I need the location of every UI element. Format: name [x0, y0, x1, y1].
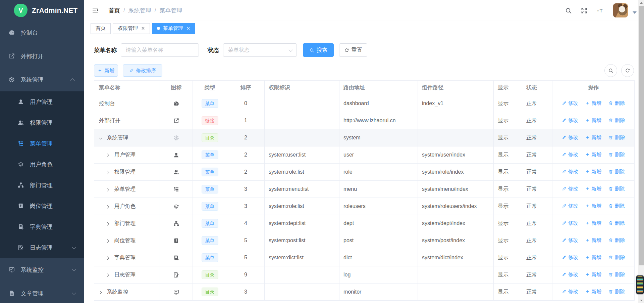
expand-arrow-icon[interactable] [106, 273, 109, 277]
add-action[interactable]: 新增 [585, 237, 602, 244]
table-row[interactable]: 用户管理 菜单 2 system:user:list user syst [94, 146, 635, 164]
expand-arrow-icon[interactable] [99, 291, 102, 294]
edit-action[interactable]: 修改 [562, 254, 578, 261]
delete-action[interactable]: 删除 [608, 134, 625, 141]
add-action[interactable]: 新增 [585, 117, 602, 124]
table-row[interactable]: 控制台 菜单 0 dashboard index_v1 [94, 95, 635, 112]
sidebar-item[interactable]: 部门管理 [0, 175, 84, 196]
add-action[interactable]: 新增 [585, 169, 602, 175]
delete-action[interactable]: 删除 [608, 117, 625, 124]
expand-arrow-icon[interactable] [106, 256, 109, 260]
edit-sort-button[interactable]: 修改排序 [123, 64, 162, 77]
tab[interactable]: 权限管理 [113, 23, 150, 34]
delete-action[interactable]: 删除 [608, 220, 625, 226]
user-avatar[interactable] [613, 3, 628, 17]
edit-action[interactable]: 修改 [562, 220, 578, 226]
delete-action[interactable]: 删除 [608, 237, 625, 244]
add-action[interactable]: 新增 [585, 254, 602, 261]
table-row[interactable]: 日志管理 目录 9 log 显示 [94, 266, 635, 284]
edit-action[interactable]: 修改 [562, 152, 578, 158]
table-row[interactable]: 岗位管理 菜单 5 system:post:list post syst [94, 232, 635, 249]
breadcrumb-home[interactable]: 首页 [109, 7, 120, 14]
status-select[interactable]: 菜单状态 [223, 43, 297, 57]
edit-action[interactable]: 修改 [562, 203, 578, 209]
table-search-toggle-button[interactable] [604, 64, 617, 77]
sidebar-fold-icon[interactable] [91, 6, 99, 14]
edit-action[interactable]: 修改 [562, 289, 578, 295]
table-row[interactable]: 用户角色 菜单 3 system:role:list roleusers [94, 198, 635, 215]
sidebar-item[interactable]: 用户管理 [0, 91, 84, 112]
search-icon[interactable] [565, 7, 572, 14]
delete-action[interactable]: 删除 [608, 186, 625, 192]
close-icon[interactable] [186, 27, 190, 30]
sidebar-item[interactable]: 日志管理 [0, 237, 84, 258]
fullscreen-icon[interactable] [581, 7, 588, 14]
table-row[interactable]: 部门管理 菜单 4 system:dept:list dept syst [94, 215, 635, 232]
add-button[interactable]: 新增 [94, 64, 118, 77]
expand-arrow-icon[interactable] [106, 222, 109, 225]
sidebar-item[interactable]: 系统监控 [0, 258, 84, 282]
table-row[interactable]: 外部打开 链接 1 http://www.izhaorui.cn [94, 112, 635, 129]
add-action[interactable]: 新增 [585, 152, 602, 158]
breadcrumb-item[interactable]: 系统管理 [128, 7, 151, 14]
tab[interactable]: 菜单管理 [152, 23, 195, 34]
sidebar-item[interactable]: 菜单管理 [0, 133, 84, 154]
add-action[interactable]: 新增 [585, 203, 602, 209]
sidebar-item[interactable]: 控制台 [0, 21, 84, 44]
delete-action[interactable]: 删除 [608, 254, 625, 261]
table-row[interactable]: 字典管理 菜单 5 system:dict:list dict syst [94, 249, 635, 266]
scroll-up-arrow[interactable] [638, 0, 644, 5]
caret-down-icon[interactable] [633, 11, 637, 14]
delete-action[interactable]: 删除 [608, 203, 625, 209]
menu-name-input[interactable] [121, 43, 199, 57]
scrollbar-thumb[interactable] [639, 6, 644, 265]
edit-icon [562, 152, 567, 157]
sidebar-item-icon [17, 140, 24, 147]
edit-action[interactable]: 修改 [562, 186, 578, 192]
delete-action[interactable]: 删除 [608, 169, 625, 175]
delete-action[interactable]: 删除 [608, 152, 625, 158]
sidebar-item[interactable]: 外部打开 [0, 44, 84, 68]
edit-action[interactable]: 修改 [562, 169, 578, 175]
table-row[interactable]: 系统管理 目录 2 system 显示 [94, 129, 635, 146]
tab[interactable]: 首页 [91, 23, 111, 34]
menu-icon-cell [160, 129, 193, 146]
add-action[interactable]: 新增 [585, 271, 602, 278]
table-row[interactable]: 权限管理 菜单 2 system:role:list role syst [94, 164, 635, 181]
edit-action[interactable]: 修改 [562, 271, 578, 278]
add-action[interactable]: 新增 [585, 100, 602, 106]
scroll-down-arrow[interactable] [638, 298, 644, 303]
expand-arrow-icon[interactable] [106, 239, 109, 243]
edit-action[interactable]: 修改 [562, 237, 578, 244]
delete-action[interactable]: 删除 [608, 289, 625, 295]
table-row[interactable]: 菜单管理 菜单 3 system:menu:list menu syst [94, 181, 635, 198]
sidebar-item[interactable]: 权限管理 [0, 112, 84, 133]
vertical-scrollbar[interactable] [638, 0, 644, 303]
sidebar-item[interactable]: 岗位管理 [0, 196, 84, 216]
search-button[interactable]: 搜索 [303, 43, 334, 57]
add-action[interactable]: 新增 [585, 186, 602, 192]
sidebar-item[interactable]: 文章管理 [0, 282, 84, 303]
expand-arrow-icon[interactable] [106, 188, 109, 191]
expand-arrow-icon[interactable] [106, 154, 109, 157]
refresh-icon [344, 48, 349, 53]
reset-button[interactable]: 重置 [339, 43, 367, 57]
expand-arrow-icon[interactable] [99, 136, 102, 139]
delete-action[interactable]: 删除 [608, 271, 625, 278]
font-size-icon[interactable] [596, 7, 605, 14]
delete-action[interactable]: 删除 [608, 100, 625, 106]
table-refresh-button[interactable] [621, 64, 634, 77]
table-row[interactable]: 系统监控 目录 3 monitor 显示 [94, 284, 635, 301]
sidebar-item[interactable]: 用户角色 [0, 154, 84, 175]
add-action[interactable]: 新增 [585, 220, 602, 226]
close-icon[interactable] [141, 27, 145, 30]
add-action[interactable]: 新增 [585, 289, 602, 295]
edit-action[interactable]: 修改 [562, 100, 578, 106]
sidebar-item[interactable]: 字典管理 [0, 216, 84, 237]
edit-action[interactable]: 修改 [562, 134, 578, 141]
expand-arrow-icon[interactable] [106, 205, 109, 208]
expand-arrow-icon[interactable] [106, 171, 109, 174]
add-action[interactable]: 新增 [585, 134, 602, 141]
edit-action[interactable]: 修改 [562, 117, 578, 124]
sidebar-item[interactable]: 系统管理 [0, 68, 84, 91]
